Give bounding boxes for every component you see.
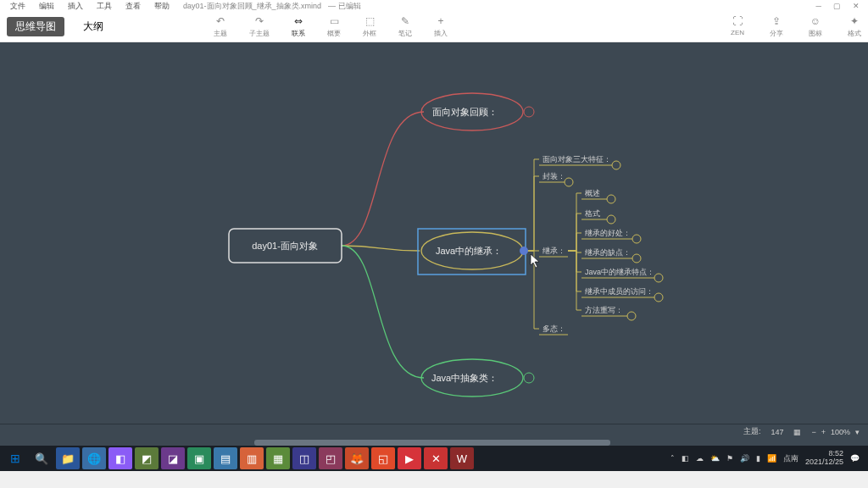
undo-icon: ↶ — [214, 15, 227, 27]
task-app9[interactable]: ◰ — [319, 447, 342, 469]
clock[interactable]: 8:52 2021/12/25 — [805, 450, 843, 467]
zen-icon: ⛶ — [731, 15, 744, 27]
menu-help[interactable]: 帮助 — [147, 1, 176, 12]
svg-text:2: 2 — [635, 255, 639, 263]
taskbar: ⊞ 🔍 📁 🌐 ◧ ◩ ◪ ▣ ▤ ▥ ▦ ◫ ◰ 🦊 ◱ ▶ ✕ W ˄ ◧ … — [0, 446, 868, 471]
svg-text:继承的缺点：: 继承的缺点： — [585, 248, 631, 257]
tray-volume-icon[interactable]: 🔊 — [740, 454, 749, 463]
tray-security-icon[interactable]: ⚑ — [726, 454, 733, 463]
node-overview[interactable]: 概述1 — [581, 189, 615, 203]
tray-battery-icon[interactable]: ▮ — [756, 454, 760, 463]
task-app8[interactable]: ◫ — [292, 447, 316, 469]
tool-share[interactable]: ⇪分享 — [770, 15, 783, 38]
zoom-dropdown-icon[interactable]: ▾ — [855, 428, 860, 436]
svg-text:方法重写：: 方法重写： — [585, 306, 623, 314]
menu-insert[interactable]: 插入 — [61, 1, 90, 12]
svg-text:1: 1 — [609, 216, 614, 224]
task-wps[interactable]: W — [450, 447, 474, 469]
tool-topic[interactable]: ↶主题 — [214, 15, 227, 38]
tray-cloud-icon[interactable]: ☁ — [696, 454, 704, 463]
task-edge[interactable]: 🌐 — [82, 447, 106, 469]
format-icon: ✦ — [848, 15, 861, 27]
task-app6[interactable]: ▥ — [240, 447, 264, 469]
svg-text:1: 1 — [615, 162, 619, 169]
menu-edit[interactable]: 编辑 — [32, 1, 61, 12]
node-three-features[interactable]: 面向对象三大特征： — [542, 155, 611, 164]
tab-mindmap[interactable]: 思维导图 — [7, 17, 64, 36]
notifications-icon[interactable]: 💬 — [850, 454, 860, 463]
tray-wifi-icon[interactable]: 📶 — [767, 454, 776, 463]
node-format[interactable]: 格式1 — [581, 209, 615, 224]
window-minimize-icon[interactable]: ─ — [816, 2, 821, 10]
window-maximize-icon[interactable]: ▢ — [833, 2, 841, 10]
horizontal-scrollbar[interactable] — [254, 440, 610, 446]
task-app1[interactable]: ◧ — [108, 447, 132, 469]
task-firefox[interactable]: 🦊 — [345, 447, 369, 469]
tab-outline[interactable]: 大纲 — [75, 17, 112, 36]
task-app4[interactable]: ▣ — [187, 447, 211, 469]
node-encapsulation[interactable]: 封装： — [542, 172, 565, 180]
zoom-in-icon[interactable]: + — [821, 428, 826, 436]
zoom-out-icon[interactable]: − — [811, 428, 815, 436]
mindmap-svg: day01-面向对象 面向对象回顾： 10 Java中的继承： Java中抽象类… — [0, 42, 868, 446]
node-override[interactable]: 方法重写：9 — [581, 306, 636, 320]
task-app7[interactable]: ▦ — [266, 447, 290, 469]
task-explorer[interactable]: 📁 — [56, 447, 80, 469]
menu-tools[interactable]: 工具 — [90, 1, 119, 12]
tool-icon[interactable]: ☺图标 — [809, 15, 822, 38]
tool-boundary[interactable]: ⬚外框 — [363, 15, 376, 38]
mindmap-canvas[interactable]: day01-面向对象 面向对象回顾： 10 Java中的继承： Java中抽象类… — [0, 42, 868, 446]
system-tray[interactable]: ˄ ◧ ☁ ⛅ ⚑ 🔊 ▮ 📶 点南 8:52 2021/12/25 💬 — [670, 450, 865, 467]
node-benefits[interactable]: 继承的好处：2 — [581, 229, 641, 243]
zoom-level[interactable]: 100% — [831, 428, 850, 436]
redo-icon: ↷ — [253, 15, 266, 27]
task-app12[interactable]: ✕ — [424, 447, 448, 469]
svg-text:概述: 概述 — [585, 189, 600, 197]
task-app2[interactable]: ◩ — [135, 447, 159, 469]
node-inherit-branch[interactable]: 继承： — [542, 247, 565, 255]
task-app11[interactable]: ▶ — [398, 447, 421, 469]
svg-text:10: 10 — [526, 108, 533, 116]
tool-marker[interactable]: ✎笔记 — [398, 15, 412, 38]
document-status: — 已编辑 — [328, 1, 361, 12]
window-close-icon[interactable]: ✕ — [853, 2, 860, 10]
cursor-icon — [531, 254, 539, 268]
menubar: 文件 编辑 插入 工具 查看 帮助 day01-面向对象回顾_继承_抽象类.xm… — [0, 0, 868, 12]
tool-summary[interactable]: ▭概要 — [327, 15, 341, 38]
tool-insert[interactable]: +插入 — [434, 15, 448, 38]
node-java-inherit-features[interactable]: Java中的继承特点：2 — [581, 268, 663, 282]
menu-view[interactable]: 查看 — [119, 1, 147, 12]
tray-app-icon[interactable]: ◧ — [682, 454, 689, 463]
node-drawbacks[interactable]: 继承的缺点：2 — [581, 248, 641, 263]
task-app5[interactable]: ▤ — [214, 447, 237, 469]
sticker-icon: ☺ — [809, 15, 822, 27]
svg-text:1: 1 — [609, 196, 614, 203]
toolbar: 思维导图 大纲 ↶主题 ↷子主题 ⇔联系 ▭概要 ⬚外框 ✎笔记 +插入 ⛶ZE… — [0, 12, 868, 42]
tool-subtopic[interactable]: ↷子主题 — [249, 15, 270, 38]
node-oop-review-label: 面向对象回顾： — [432, 107, 498, 117]
tool-zen[interactable]: ⛶ZEN — [731, 15, 744, 38]
svg-text:2: 2 — [635, 236, 639, 243]
node-member-access[interactable]: 继承中成员的访问：6 — [581, 287, 663, 302]
document-title: day01-面向对象回顾_继承_抽象类.xmind — [183, 1, 321, 12]
expand-handle-icon[interactable] — [520, 247, 528, 255]
topics-label: 主题: — [743, 426, 761, 437]
tray-ime[interactable]: 点南 — [783, 453, 798, 464]
share-icon: ⇪ — [770, 15, 783, 27]
task-app3[interactable]: ◪ — [161, 447, 185, 469]
node-polymorphism[interactable]: 多态： — [542, 324, 565, 333]
tool-format[interactable]: ✦格式 — [848, 15, 861, 38]
summary-icon: ▭ — [327, 15, 341, 27]
node-abstract-label: Java中抽象类： — [431, 373, 498, 383]
search-icon[interactable]: 🔍 — [30, 447, 53, 469]
map-icon[interactable]: ▦ — [793, 428, 801, 436]
menu-file[interactable]: 文件 — [3, 1, 32, 12]
tool-relation[interactable]: ⇔联系 — [292, 15, 305, 38]
tray-chevron-icon[interactable]: ˄ — [670, 454, 675, 463]
svg-text:9: 9 — [630, 313, 634, 320]
link-icon: ⇔ — [292, 15, 305, 27]
tray-onedrive-icon[interactable]: ⛅ — [710, 454, 720, 463]
node-root-label: day01-面向对象 — [252, 241, 318, 251]
start-button[interactable]: ⊞ — [3, 447, 27, 469]
task-app10[interactable]: ◱ — [371, 447, 395, 469]
